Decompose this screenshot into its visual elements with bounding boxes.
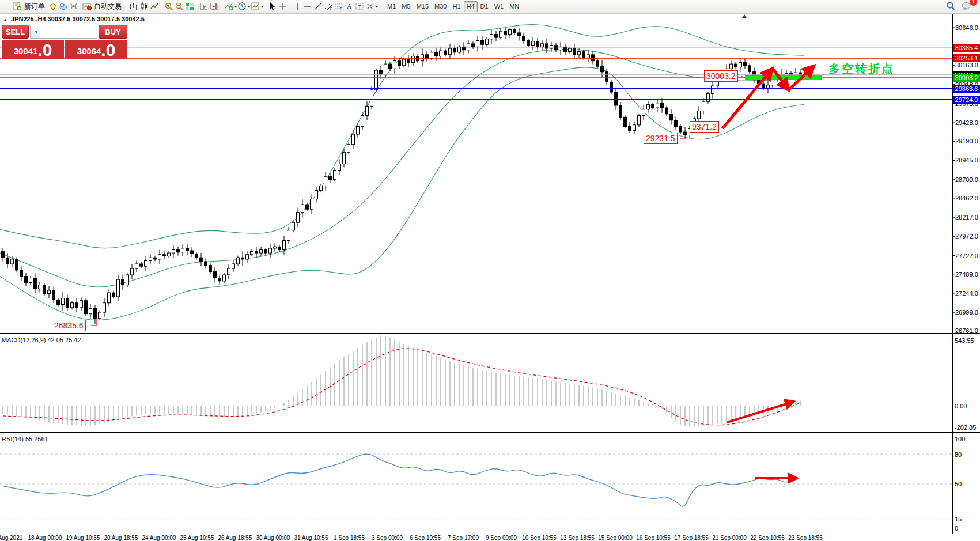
tile-windows-icon[interactable] bbox=[184, 1, 195, 12]
shift-marker bbox=[742, 14, 747, 18]
equidistant-channel-icon[interactable]: E bbox=[323, 1, 334, 12]
buy-price-int: 30064 bbox=[77, 44, 101, 58]
bollinger-lower bbox=[0, 67, 804, 320]
symbol-collapse-icon[interactable]: ▲ bbox=[3, 17, 7, 22]
symbol-ohlc: 30037.5 30072.5 30017.5 30042.5 bbox=[48, 16, 145, 22]
rsi-axis-label: 0 bbox=[955, 525, 980, 532]
text-icon[interactable]: A bbox=[344, 1, 354, 12]
rsi-axis-label: 15 bbox=[955, 516, 980, 523]
chart-shift-icon[interactable] bbox=[209, 1, 220, 12]
chat-icon[interactable]: 1 bbox=[960, 1, 973, 12]
time-axis-label: 22 Sep 10:55 bbox=[750, 535, 785, 541]
rsi-line bbox=[3, 454, 800, 506]
price-tick-label: 27972.0 bbox=[955, 233, 980, 240]
lime-highlight-bar bbox=[745, 75, 822, 80]
price-callout[interactable]: 9371.2 bbox=[690, 121, 719, 133]
turning-point-annotation[interactable]: 多空转折点 bbox=[828, 61, 895, 77]
time-axis-label: 25 Aug 10:55 bbox=[180, 535, 214, 541]
price-tick-label: 27489.0 bbox=[955, 271, 980, 278]
time-axis-label: 23 Sep 18:55 bbox=[788, 535, 823, 541]
arrows-icon[interactable] bbox=[365, 1, 375, 12]
time-axis-label: 26 Aug 18:55 bbox=[218, 535, 252, 541]
timeframe-button-D1[interactable]: D1 bbox=[478, 1, 491, 12]
time-axis-label: 15 Sep 00:00 bbox=[598, 535, 633, 541]
new-order-icon bbox=[12, 1, 22, 12]
timeframe-button-H4[interactable]: H4 bbox=[464, 1, 478, 12]
candlestick-chart-icon[interactable] bbox=[139, 1, 149, 12]
toolbar: 新订单 自动交易 bbox=[0, 0, 980, 13]
crosshair-icon[interactable] bbox=[278, 1, 288, 12]
time-axis-label: 1 Sep 18:55 bbox=[334, 535, 365, 541]
trendline-icon[interactable] bbox=[313, 1, 323, 12]
signal-icon[interactable] bbox=[69, 1, 79, 12]
timeframe-button-W1[interactable]: W1 bbox=[491, 1, 507, 12]
auto-trading-button[interactable]: 自动交易 bbox=[79, 1, 124, 12]
buy-price[interactable]: 30064.0 bbox=[65, 40, 127, 59]
vertical-line-icon[interactable] bbox=[292, 1, 302, 12]
price-tick-label: 29428.0 bbox=[955, 119, 980, 126]
periods-icon[interactable] bbox=[237, 1, 247, 12]
price-tick-label: 26999.0 bbox=[955, 309, 980, 316]
timeframe-button-M5[interactable]: M5 bbox=[399, 1, 413, 12]
time-axis-label: 6 Sep 10:55 bbox=[410, 535, 441, 541]
market-watch-icon[interactable] bbox=[58, 1, 69, 12]
auto-trading-label: 自动交易 bbox=[94, 2, 122, 12]
sell-price-int: 30041 bbox=[14, 44, 38, 58]
timeframe-button-H1[interactable]: H1 bbox=[449, 1, 463, 12]
timeframe-button-M1[interactable]: M1 bbox=[384, 1, 399, 12]
trend-arrow bbox=[727, 402, 792, 422]
symbol-info: ▲ JPN225-,H4 30037.5 30072.5 30017.5 300… bbox=[3, 16, 145, 22]
time-axis-label: 17 Sep 18:55 bbox=[674, 535, 709, 541]
timeframe-group: M1M5M15M30H1H4D1W1MN bbox=[384, 1, 522, 12]
new-order-label: 新订单 bbox=[24, 2, 45, 12]
time-axis-label: 31 Aug 10:55 bbox=[294, 535, 328, 541]
macd-axis-label: -202.85 bbox=[955, 424, 980, 431]
time-axis-label: 19 Aug 10:55 bbox=[66, 535, 100, 541]
zoom-out-icon[interactable] bbox=[174, 1, 184, 12]
text-label-icon[interactable]: T bbox=[354, 1, 365, 12]
search-icon[interactable] bbox=[945, 1, 956, 12]
price-callout[interactable]: 29231.5 bbox=[644, 133, 678, 144]
svg-text:F: F bbox=[340, 7, 342, 11]
time-axis-label: 24 Aug 00:00 bbox=[142, 535, 176, 541]
cursor-icon[interactable] bbox=[267, 1, 278, 12]
fibonacci-icon[interactable]: F bbox=[334, 1, 344, 12]
price-badge: 30003.2 bbox=[953, 74, 980, 82]
price-tag-icon[interactable] bbox=[48, 1, 58, 12]
price-callout[interactable]: 30003.2 bbox=[704, 70, 738, 82]
price-tick-label: 28945.0 bbox=[955, 157, 980, 164]
price-tick-label: 29190.0 bbox=[955, 138, 980, 145]
price-tick-label: 26761.0 bbox=[955, 327, 980, 334]
chat-badge: 1 bbox=[970, 0, 977, 6]
buy-button[interactable]: BUY bbox=[99, 25, 127, 39]
volume-decrease-button[interactable]: ▼ bbox=[31, 25, 40, 38]
price-badge: 30253.1 bbox=[953, 54, 980, 62]
price-badge: 29863.6 bbox=[953, 85, 980, 93]
sell-price[interactable]: 30041.0 bbox=[2, 40, 64, 59]
time-axis-label: 21 Sep 00:00 bbox=[712, 535, 747, 541]
indicators-icon[interactable] bbox=[224, 1, 234, 12]
volume-input[interactable] bbox=[40, 25, 97, 38]
buy-price-frac: .0 bbox=[101, 42, 115, 58]
templates-icon[interactable] bbox=[250, 1, 260, 12]
time-axis-label: 13 Sep 18:55 bbox=[560, 535, 595, 541]
chart-canvas[interactable] bbox=[0, 0, 980, 541]
timeframe-button-MN[interactable]: MN bbox=[506, 1, 522, 12]
price-callout[interactable]: 26835.6 bbox=[52, 320, 86, 331]
templates-caret-icon[interactable]: ▾ bbox=[261, 4, 263, 9]
svg-text:E: E bbox=[330, 7, 332, 11]
price-tick-label: 28700.0 bbox=[955, 176, 980, 183]
arrows-caret-icon[interactable]: ▾ bbox=[376, 4, 378, 9]
zoom-in-icon[interactable] bbox=[164, 1, 174, 12]
sell-button[interactable]: SELL bbox=[2, 25, 29, 39]
new-order-button[interactable]: 新订单 bbox=[9, 1, 48, 12]
time-axis-label: 18 Aug 00:00 bbox=[28, 535, 62, 541]
price-tick-label: 28462.0 bbox=[955, 195, 980, 202]
timeframe-button-M15[interactable]: M15 bbox=[414, 1, 432, 12]
horizontal-line-icon[interactable] bbox=[302, 1, 313, 12]
macd-label: MACD(12,26,9) 42.05 25.42 bbox=[2, 336, 81, 343]
timeframe-button-M30[interactable]: M30 bbox=[432, 1, 449, 12]
auto-scroll-icon[interactable] bbox=[199, 1, 209, 12]
bar-chart-icon[interactable] bbox=[128, 1, 139, 12]
line-chart-icon[interactable] bbox=[149, 1, 160, 12]
